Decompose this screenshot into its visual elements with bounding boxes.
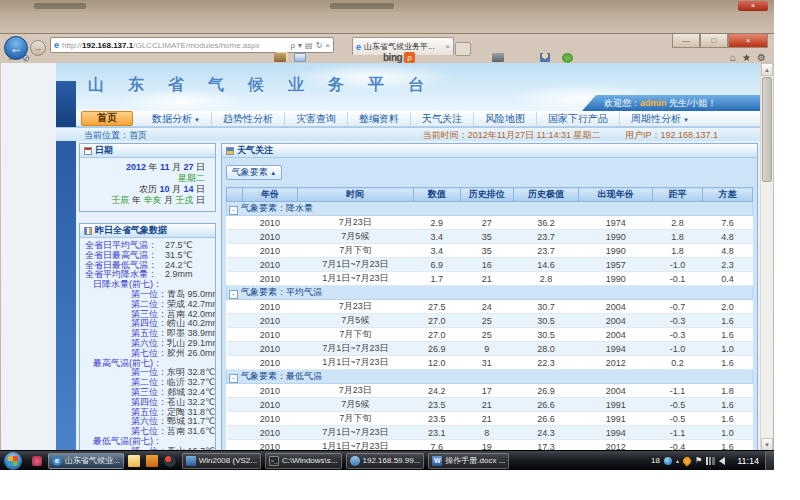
table-group-row[interactable]: -气象要素：平均气温 [227,286,753,300]
maximize-button[interactable]: □ [700,34,728,48]
table-row[interactable]: 20107月5候3.43523.719901.84.8 [227,230,753,244]
nav-item-6[interactable]: 风险地图 [474,112,537,126]
pinned-app-icon[interactable] [32,456,42,466]
nav-menu: 首页数据分析▼趋势性分析灾害查询整编资料天气关注风险地图国家下行产品周期性分析▼ [76,111,760,127]
address-bar[interactable]: e http://192.168.137.1/GLCCLIMATE/module… [50,37,334,53]
show-desktop-button[interactable] [765,451,774,471]
nav-item-4[interactable]: 整编资料 [348,112,411,126]
ie-page-icon: e [54,40,59,50]
table-group-row[interactable]: -气象要素：最低气温 [227,370,753,384]
user-ip: 用户IP：192.168.137.1 [625,130,718,140]
calendar-icon [84,147,92,155]
collapse-icon[interactable]: - [229,374,238,383]
start-button[interactable] [4,452,22,470]
toolbar-close-icon[interactable]: × [8,54,13,63]
network-globe-icon[interactable] [664,457,672,465]
tab-title: 山东省气候业务平... [364,41,442,52]
blocked-content-icon[interactable]: ⊘ [22,53,30,63]
background-close-button[interactable]: × [738,1,768,11]
bing-search-icon[interactable]: ρ [404,52,415,63]
taskbar-window-button[interactable]: e山东省气候业... [48,453,124,469]
refresh-icon[interactable]: ↻ [316,41,323,50]
nav-item-3[interactable]: 灾害查询 [285,112,348,126]
table-row[interactable]: 20101月1日~7月23日12.03122.320120.21.6 [227,356,753,370]
pinned-orange-app-icon[interactable] [146,455,158,467]
scroll-up-button[interactable]: ▲ [761,63,773,76]
bing-logo: bing [383,52,402,63]
search-icon[interactable]: ρ [290,41,295,50]
home-icon[interactable]: ⌂ [730,52,736,63]
volume-icon[interactable] [719,457,725,465]
table-row[interactable]: 20107月5候27.02530.52004-0.31.6 [227,314,753,328]
window-controls: — □ × [672,34,768,48]
table-row[interactable]: 20107月下旬27.02530.52004-0.31.6 [227,328,753,342]
table-row[interactable]: 20107月下旬3.43523.719901.84.8 [227,244,753,258]
forward-button[interactable]: → [30,40,46,56]
element-filter-button[interactable]: 气象要素 ▲ [226,165,282,180]
left-decorative-strip [56,141,76,451]
scrollbar-thumb[interactable] [762,77,772,182]
taskbar-window-button[interactable]: W操作手册.docx ... [428,453,509,469]
tab-close-icon[interactable]: × [445,42,450,51]
table-group-row[interactable]: -气象要素：降水量 [227,202,753,216]
table-row[interactable]: 20107月1日~7月23日6.91614.61957-1.02.3 [227,258,753,272]
nav-item-0[interactable]: 首页 [81,111,133,126]
calendar-line: 2012 年 11 月 27 日 [84,162,205,173]
table-row[interactable]: 20107月23日2.92736.219742.87.6 [227,216,753,230]
taskbar-window-button[interactable]: Win2008 (VS2... [182,453,261,469]
action-center-flag-icon[interactable]: ⚑ [695,456,702,465]
new-tab-button[interactable] [455,42,471,56]
col-header: 时间 [297,188,413,202]
col-header: 历史极值 [513,188,579,202]
taskbar-window-button[interactable]: >_C:\Windows\s... [265,453,342,469]
table-row[interactable]: 20107月1日~7月23日26.9928.01994-1.01.0 [227,342,753,356]
network-signal-icon[interactable] [706,457,715,465]
nav-item-8[interactable]: 周期性分析▼ [620,112,700,126]
bing-toolbar[interactable]: bing ρ [383,52,415,63]
panel-title: 天气关注 [237,144,273,157]
nav-item-7[interactable]: 国家下行产品 [537,112,620,126]
explorer-icon[interactable] [128,455,140,467]
nav-item-1[interactable]: 数据分析▼ [141,112,212,126]
taskbar-clock[interactable]: 11:14 [737,456,759,466]
mail-icon[interactable] [294,53,306,62]
media-player-icon[interactable] [164,455,176,467]
background-window-text [34,3,86,9]
compatibility-view-icon[interactable]: ▤ [305,41,313,50]
profile-icon[interactable] [540,53,550,62]
breadcrumb: 当前位置：首页 [84,128,147,142]
table-row[interactable]: 20107月23日27.52430.72004-0.72.0 [227,300,753,314]
collapse-icon[interactable]: - [229,206,238,215]
collapse-icon[interactable]: - [229,290,238,299]
rdp-window-icon [350,456,360,466]
stop-icon[interactable]: × [325,41,330,50]
table-row[interactable]: 20107月下旬23.52126.61991-0.51.6 [227,412,753,426]
page-title: 山东省气候业务平台 [88,75,448,96]
col-header: 数值 [413,188,460,202]
table-row[interactable]: 20107月5候23.52126.61991-0.51.6 [227,398,753,412]
taskbar-window-button[interactable]: 192.168.59.99... [346,453,425,469]
weather-table: 年份时间数值历史排位历史极值出现年份距平方差 -气象要素：降水量20107月23… [226,187,753,451]
table-row[interactable]: 20101月1日~7月23日1.7212.81990-0.10.4 [227,272,753,286]
table-header-row: 年份时间数值历史排位历史极值出现年份距平方差 [227,188,753,202]
minimize-button[interactable]: — [672,34,700,48]
nav-item-2[interactable]: 趋势性分析 [212,112,285,126]
col-header: 出现年份 [579,188,653,202]
wallet-icon[interactable] [274,53,286,62]
table-row[interactable]: 20107月23日24.21726.92004-1.11.8 [227,384,753,398]
system-tray: 18 ▴ ⚑ 11:14 [651,456,765,466]
camera-icon[interactable] [492,53,504,62]
tools-gear-icon[interactable]: ⚙ [757,52,766,63]
community-icon[interactable] [562,53,573,63]
url-text[interactable]: http://192.168.137.1/GLCCLIMATE/modules/… [62,41,290,50]
close-button[interactable]: × [728,34,768,48]
table-row[interactable]: 20107月1日~7月23日23.1824.31994-1.11.0 [227,426,753,440]
show-hidden-icons[interactable]: ▴ [676,457,679,464]
site-logo-block [56,81,76,127]
nav-item-5[interactable]: 天气关注 [411,112,474,126]
security-app-icon[interactable] [681,455,692,466]
autocomplete-dropdown-icon[interactable]: ▾ [298,41,302,50]
favorites-star-icon[interactable]: ★ [742,52,751,63]
vertical-scrollbar[interactable]: ▲ ▼ [760,63,773,451]
col-header: 年份 [242,188,297,202]
